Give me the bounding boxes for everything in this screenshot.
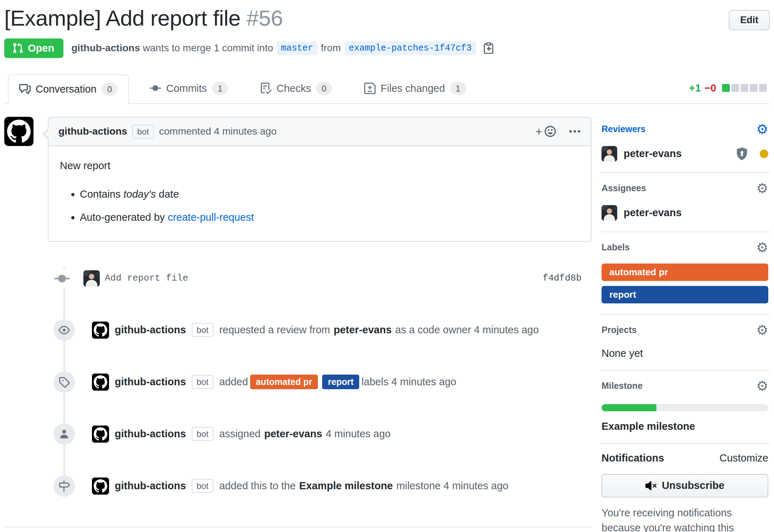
labels-gear-icon[interactable]: ⚙ [756,241,768,254]
comment-author-login[interactable]: github-actions [58,126,127,137]
diff-blocks [722,84,767,92]
event-author-login[interactable]: github-actions [115,376,186,388]
diff-block-green [722,84,730,92]
git-commit-icon [150,83,161,94]
diff-deletions: −0 [705,82,716,94]
sidebar-section-notifications: Notifications Customize Unsubscribe You'… [600,443,770,532]
diff-block-gray [731,84,739,92]
comment-intro: New report [60,158,579,173]
issue-comment: github-actions bot commented 4 minutes a… [48,117,592,242]
event-timestamp[interactable]: 4 minutes ago [391,376,456,388]
discussion-column: github-actions bot commented 4 minutes a… [4,117,592,532]
smiley-icon [544,125,557,138]
event-author-login[interactable]: github-actions [115,428,186,440]
comment-header: github-actions bot commented 4 minutes a… [48,118,591,146]
bot-badge: bot [192,479,213,493]
sidebar-section-labels: Labels ⚙ automated pr report [600,231,770,314]
milestone-link[interactable]: Example milestone [299,480,393,492]
octocat-icon [7,120,31,143]
sidebar-label-automated-pr[interactable]: automated pr [602,264,768,281]
comment-list: Contains today's date Auto-generated by … [80,187,579,224]
projects-heading: Projects [602,325,637,335]
comment-body: New report Contains today's date Auto-ge… [48,146,591,241]
event-timestamp[interactable]: 4 minutes ago [444,480,509,492]
assignee-login[interactable]: peter-evans [624,207,682,219]
milestone-gear-icon[interactable]: ⚙ [756,379,768,393]
event-author-avatar[interactable] [92,322,109,339]
octocat-icon [94,323,107,337]
assignee-row: peter-evans [602,205,768,221]
main-layout: github-actions bot commented 4 minutes a… [4,117,770,532]
milestone-icon [53,475,75,497]
event-timestamp[interactable]: 4 minutes ago [474,324,539,336]
create-pull-request-link[interactable]: create-pull-request [168,212,254,223]
event-author-avatar[interactable] [92,478,109,495]
timeline: Add report file f4dfd8b github-actions b… [4,267,592,497]
checklist-icon [260,83,272,94]
assignees-gear-icon[interactable]: ⚙ [756,182,768,195]
tab-label: Files changed [381,83,445,94]
pr-state-badge: Open [4,38,63,58]
comment-timestamp[interactable]: commented 4 minutes ago [159,126,277,137]
copy-icon [483,42,495,54]
event-author-avatar[interactable] [92,374,109,391]
git-pull-request-icon [12,42,24,54]
notifications-note: You're receiving notifications because y… [602,505,768,532]
milestone-name-link[interactable]: Example milestone [602,421,768,432]
pr-meta-row: Open github-actions wants to merge 1 com… [4,38,770,58]
commit-author-avatar[interactable] [83,270,100,287]
diff-block-gray [741,84,748,92]
milestone-progress-bar [602,404,768,411]
sidebar: Reviewers ⚙ peter-evans Assignees ⚙ [600,117,770,532]
shield-icon [735,146,749,162]
event-timestamp[interactable]: 4 minutes ago [326,428,391,440]
sidebar-label-report[interactable]: report [602,286,768,303]
comment-actions: + [535,125,581,139]
sidebar-section-projects: Projects ⚙ None yet [600,314,770,370]
edit-button[interactable]: Edit [729,10,770,30]
file-diff-icon [364,83,376,94]
assignee-avatar[interactable] [602,205,617,221]
reviewer-login[interactable]: peter-evans [624,148,682,160]
timeline-event-assigned: github-actions bot assigned peter-evans … [4,423,592,445]
copy-branch-button[interactable] [483,42,495,54]
pr-author-link[interactable]: github-actions [71,42,140,54]
event-author-login[interactable]: github-actions [115,480,186,492]
assignee-login[interactable]: peter-evans [264,428,322,440]
commit-sha-link[interactable]: f4dfd8b [543,273,582,283]
base-branch-label[interactable]: master [277,41,317,55]
pending-review-dot [760,150,768,158]
labels-heading: Labels [602,242,630,252]
sidebar-section-milestone: Milestone ⚙ Example milestone [600,370,770,443]
reviewers-heading[interactable]: Reviewers [602,124,646,134]
projects-gear-icon[interactable]: ⚙ [756,323,768,337]
tab-checks[interactable]: Checks 0 [249,74,344,103]
notifications-heading: Notifications [602,452,664,464]
tab-commits[interactable]: Commits 1 [138,74,239,103]
timeline-event-milestoned: github-actions bot added this to the Exa… [4,475,592,497]
event-author-avatar[interactable] [92,426,109,443]
user-photo [602,205,617,221]
eye-icon [53,319,75,341]
diff-additions: +1 [689,82,701,94]
unsubscribe-button[interactable]: Unsubscribe [602,474,768,497]
commit-message-link[interactable]: Add report file [105,273,188,283]
label-report[interactable]: report [322,375,359,389]
comment-options-button[interactable] [569,125,581,137]
reviewer-avatar[interactable] [602,146,617,162]
push-instructions: Add more commits by pushing to the examp… [4,527,592,532]
mute-icon [645,480,657,492]
reviewer-login[interactable]: peter-evans [334,324,392,336]
reviewers-gear-icon[interactable]: ⚙ [756,122,768,136]
tab-label: Checks [277,83,311,94]
customize-link[interactable]: Customize [719,452,768,464]
tab-counter: 1 [212,82,228,95]
comment-author-avatar[interactable] [4,117,33,146]
head-branch-label[interactable]: example-patches-1f47cf3 [345,41,476,55]
milestone-heading: Milestone [602,381,643,391]
event-author-login[interactable]: github-actions [115,324,186,336]
label-automated-pr[interactable]: automated pr [250,375,318,389]
add-reaction-button[interactable]: + [535,125,557,139]
tab-files-changed[interactable]: Files changed 1 [353,74,478,103]
tab-conversation[interactable]: Conversation 0 [8,74,129,104]
